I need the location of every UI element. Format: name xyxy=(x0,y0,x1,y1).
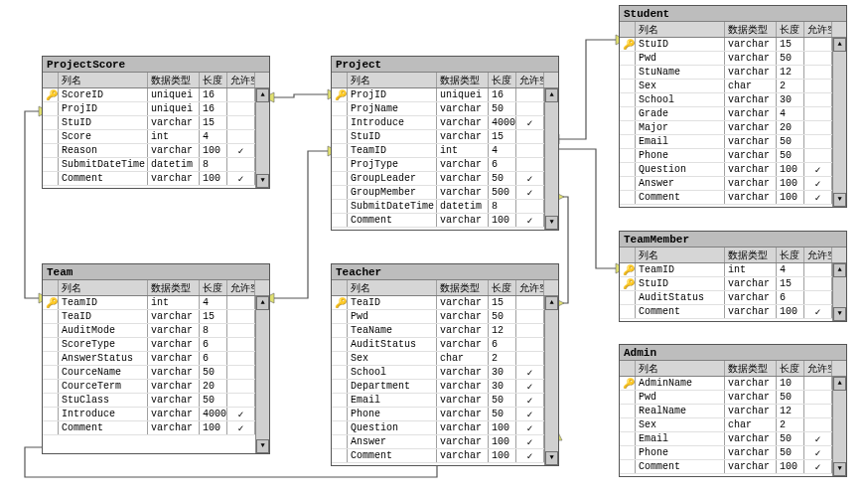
column-row[interactable]: ProjIDuniquei16 xyxy=(43,102,269,116)
table-admin[interactable]: Admin列名数据类型长度允许空🔑AdminNamevarchar10Pwdva… xyxy=(619,344,847,477)
vertical-scrollbar[interactable]: ▲▼ xyxy=(832,377,846,476)
scroll-track[interactable] xyxy=(833,277,846,307)
column-row[interactable]: Departmentvarchar30✓ xyxy=(332,380,558,394)
column-row[interactable]: ProjTypevarchar6 xyxy=(332,158,558,172)
column-row[interactable]: Commentvarchar100✓ xyxy=(620,305,846,319)
column-row[interactable]: Questionvarchar100✓ xyxy=(620,163,846,177)
column-row[interactable]: SubmitDateTimedatetim8 xyxy=(332,200,558,214)
scroll-up-icon[interactable]: ▲ xyxy=(833,377,846,391)
column-row[interactable]: Answervarchar100✓ xyxy=(620,177,846,191)
vertical-scrollbar[interactable]: ▲▼ xyxy=(832,38,846,207)
vertical-scrollbar[interactable]: ▲▼ xyxy=(832,263,846,321)
column-row[interactable]: Emailvarchar50 xyxy=(620,135,846,149)
scroll-up-icon[interactable]: ▲ xyxy=(833,38,846,52)
column-row[interactable]: Phonevarchar50 xyxy=(620,149,846,163)
title-bar[interactable]: Project xyxy=(332,57,558,73)
vertical-scrollbar[interactable]: ▲▼ xyxy=(544,296,558,465)
column-row[interactable]: GroupLeadervarchar50✓ xyxy=(332,172,558,186)
column-row[interactable]: 🔑ScoreIDuniquei16 xyxy=(43,88,269,102)
scroll-track[interactable] xyxy=(833,52,846,193)
table-projectscore[interactable]: ProjectScore列名数据类型长度允许空🔑ScoreIDuniquei16… xyxy=(42,56,270,189)
column-row[interactable]: 🔑StuIDvarchar15 xyxy=(620,277,846,291)
column-row[interactable]: Pwdvarchar50 xyxy=(620,52,846,66)
column-row[interactable]: 🔑TeamIDint4 xyxy=(43,296,269,310)
column-row[interactable]: TeamIDint4 xyxy=(332,144,558,158)
column-row[interactable]: Gradevarchar4 xyxy=(620,107,846,121)
column-row[interactable]: Emailvarchar50✓ xyxy=(620,432,846,446)
column-row[interactable]: AuditModevarchar8 xyxy=(43,324,269,338)
column-row[interactable]: Questionvarchar100✓ xyxy=(332,421,558,435)
column-row[interactable]: 🔑StuIDvarchar15 xyxy=(620,38,846,52)
scroll-up-icon[interactable]: ▲ xyxy=(545,88,558,102)
column-row[interactable]: Answervarchar100✓ xyxy=(332,435,558,449)
vertical-scrollbar[interactable]: ▲▼ xyxy=(544,88,558,230)
scroll-track[interactable] xyxy=(256,102,269,174)
scroll-down-icon[interactable]: ▼ xyxy=(833,462,846,476)
column-row[interactable]: StuIDvarchar15 xyxy=(43,116,269,130)
title-bar[interactable]: TeamMember xyxy=(620,232,846,248)
title-bar[interactable]: Admin xyxy=(620,345,846,361)
scroll-down-icon[interactable]: ▼ xyxy=(833,307,846,321)
column-row[interactable]: StuClassvarchar50 xyxy=(43,394,269,408)
scroll-track[interactable] xyxy=(833,391,846,462)
column-row[interactable]: 🔑TeamIDint4 xyxy=(620,263,846,277)
title-bar[interactable]: Student xyxy=(620,6,846,22)
vertical-scrollbar[interactable]: ▲▼ xyxy=(255,88,269,188)
column-row[interactable]: SubmitDateTimedatetim8 xyxy=(43,158,269,172)
scroll-down-icon[interactable]: ▼ xyxy=(545,216,558,230)
column-row[interactable]: Commentvarchar100✓ xyxy=(332,214,558,228)
column-row[interactable]: Sexchar2 xyxy=(620,80,846,93)
column-row[interactable]: Sexchar2 xyxy=(620,418,846,432)
column-row[interactable]: StuIDvarchar15 xyxy=(332,130,558,144)
column-row[interactable]: ProjNamevarchar50 xyxy=(332,102,558,116)
column-row[interactable]: CourceNamevarchar50 xyxy=(43,366,269,380)
scroll-up-icon[interactable]: ▲ xyxy=(833,263,846,277)
column-row[interactable]: Commentvarchar100✓ xyxy=(43,421,269,435)
title-bar[interactable]: Team xyxy=(43,264,269,280)
column-row[interactable]: Phonevarchar50✓ xyxy=(332,408,558,421)
scroll-down-icon[interactable]: ▼ xyxy=(256,174,269,188)
column-row[interactable]: StuNamevarchar12 xyxy=(620,66,846,80)
scroll-down-icon[interactable]: ▼ xyxy=(256,439,269,453)
column-row[interactable]: RealNamevarchar12 xyxy=(620,405,846,418)
column-row[interactable]: Commentvarchar100✓ xyxy=(332,449,558,463)
column-row[interactable]: Scoreint4 xyxy=(43,130,269,144)
scroll-down-icon[interactable]: ▼ xyxy=(833,193,846,207)
column-row[interactable]: GroupMembervarchar500✓ xyxy=(332,186,558,200)
column-row[interactable]: 🔑ProjIDuniquei16 xyxy=(332,88,558,102)
scroll-up-icon[interactable]: ▲ xyxy=(256,88,269,102)
column-row[interactable]: Emailvarchar50✓ xyxy=(332,394,558,408)
column-row[interactable]: AuditStatusvarchar6 xyxy=(620,291,846,305)
title-bar[interactable]: ProjectScore xyxy=(43,57,269,73)
column-row[interactable]: Commentvarchar100✓ xyxy=(43,172,269,186)
scroll-up-icon[interactable]: ▲ xyxy=(256,296,269,310)
scroll-track[interactable] xyxy=(256,310,269,439)
column-row[interactable]: AuditStatusvarchar6 xyxy=(332,338,558,352)
column-row[interactable]: Sexchar2 xyxy=(332,352,558,366)
column-row[interactable]: 🔑AdminNamevarchar10 xyxy=(620,377,846,391)
vertical-scrollbar[interactable]: ▲▼ xyxy=(255,296,269,453)
table-team[interactable]: Team列名数据类型长度允许空🔑TeamIDint4TeaIDvarchar15… xyxy=(42,263,270,454)
column-row[interactable]: Phonevarchar50✓ xyxy=(620,446,846,460)
column-row[interactable]: Schoolvarchar30✓ xyxy=(332,366,558,380)
column-row[interactable]: TeaIDvarchar15 xyxy=(43,310,269,324)
table-teacher[interactable]: Teacher列名数据类型长度允许空🔑TeaIDvarchar15Pwdvarc… xyxy=(331,263,559,466)
column-row[interactable]: Pwdvarchar50 xyxy=(332,310,558,324)
column-row[interactable]: Pwdvarchar50 xyxy=(620,391,846,405)
column-row[interactable]: ScoreTypevarchar6 xyxy=(43,338,269,352)
scroll-track[interactable] xyxy=(545,310,558,451)
column-row[interactable]: Reasonvarchar100✓ xyxy=(43,144,269,158)
column-row[interactable]: Schoolvarchar30 xyxy=(620,93,846,107)
table-student[interactable]: Student列名数据类型长度允许空🔑StuIDvarchar15Pwdvarc… xyxy=(619,5,847,208)
column-row[interactable]: Majorvarchar20 xyxy=(620,121,846,135)
column-row[interactable]: 🔑TeaIDvarchar15 xyxy=(332,296,558,310)
table-project[interactable]: Project列名数据类型长度允许空🔑ProjIDuniquei16ProjNa… xyxy=(331,56,559,231)
scroll-track[interactable] xyxy=(545,102,558,216)
column-row[interactable]: Introducevarchar4000✓ xyxy=(43,408,269,421)
title-bar[interactable]: Teacher xyxy=(332,264,558,280)
column-row[interactable]: Introducevarchar4000✓ xyxy=(332,116,558,130)
scroll-down-icon[interactable]: ▼ xyxy=(545,451,558,465)
column-row[interactable]: CourceTermvarchar20 xyxy=(43,380,269,394)
column-row[interactable]: Commentvarchar100✓ xyxy=(620,460,846,474)
scroll-up-icon[interactable]: ▲ xyxy=(545,296,558,310)
